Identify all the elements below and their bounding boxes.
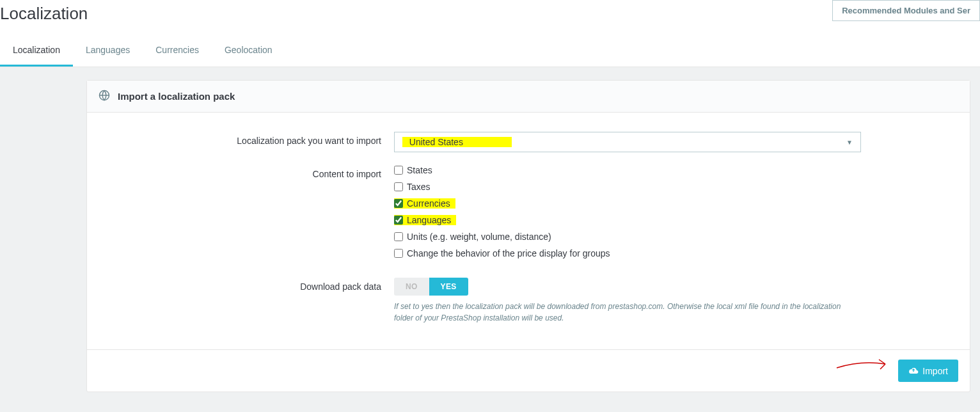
checkbox-taxes[interactable]: Taxes: [394, 182, 861, 192]
checkbox-states-input[interactable]: [394, 166, 403, 175]
checkbox-languages-row: Languages: [394, 215, 861, 225]
content-area: Import a localization pack Localization …: [0, 67, 980, 399]
checkbox-taxes-label: Taxes: [407, 182, 431, 192]
row-download: Download pack data NO YES If set to yes …: [100, 278, 957, 324]
chevron-down-icon: ▼: [846, 139, 853, 146]
tab-localization[interactable]: Localization: [0, 35, 73, 67]
cloud-upload-icon: [908, 365, 919, 376]
content-checkbox-list: States Taxes Currencies: [394, 165, 861, 258]
annotation-highlight: Languages: [394, 215, 456, 225]
checkbox-units-label: Units (e.g. weight, volume, distance): [407, 232, 551, 242]
tab-currencies[interactable]: Currencies: [143, 35, 212, 67]
row-content: Content to import States Taxes: [100, 165, 957, 258]
checkbox-units-input[interactable]: [394, 232, 403, 241]
checkbox-taxes-input[interactable]: [394, 182, 403, 191]
checkbox-price-behavior-label: Change the behavior of the price display…: [407, 248, 610, 258]
annotation-highlight: United States: [402, 137, 512, 147]
download-help-text: If set to yes then the localization pack…: [394, 301, 861, 324]
label-content: Content to import: [100, 165, 394, 258]
label-download: Download pack data: [100, 278, 394, 324]
panel-title: Import a localization pack: [118, 91, 235, 102]
checkbox-price-behavior[interactable]: Change the behavior of the price display…: [394, 248, 861, 258]
panel-footer: Import: [87, 349, 970, 392]
download-toggle[interactable]: NO YES: [394, 278, 468, 296]
checkbox-units[interactable]: Units (e.g. weight, volume, distance): [394, 232, 861, 242]
recommended-modules-button[interactable]: Recommended Modules and Ser: [832, 0, 980, 21]
tab-bar: Localization Languages Currencies Geoloc…: [0, 35, 980, 67]
checkbox-currencies-label: Currencies: [407, 198, 450, 209]
annotation-arrow: [835, 355, 893, 374]
label-pack: Localization pack you want to import: [100, 132, 394, 152]
import-button[interactable]: Import: [898, 360, 958, 382]
annotation-highlight: Currencies: [394, 198, 455, 209]
import-button-label: Import: [922, 366, 948, 376]
pack-select-value: United States: [409, 137, 463, 147]
checkbox-states[interactable]: States: [394, 165, 861, 175]
tab-geolocation[interactable]: Geolocation: [212, 35, 285, 67]
page-title: Localization: [0, 4, 88, 24]
page-header: Localization Recommended Modules and Ser: [0, 0, 980, 35]
checkbox-price-behavior-input[interactable]: [394, 249, 403, 258]
checkbox-currencies-row: Currencies: [394, 198, 861, 209]
pack-select[interactable]: United States ▼: [394, 132, 861, 152]
panel-header: Import a localization pack: [87, 81, 970, 113]
toggle-yes-button[interactable]: YES: [429, 278, 468, 296]
panel-body: Localization pack you want to import Uni…: [87, 113, 970, 349]
checkbox-currencies-input[interactable]: [394, 199, 403, 208]
import-panel: Import a localization pack Localization …: [86, 80, 970, 392]
tab-languages[interactable]: Languages: [73, 35, 143, 67]
toggle-no-button[interactable]: NO: [394, 278, 429, 296]
row-pack: Localization pack you want to import Uni…: [100, 132, 957, 152]
checkbox-languages-input[interactable]: [394, 216, 403, 225]
checkbox-states-label: States: [407, 165, 432, 175]
globe-icon: [99, 90, 110, 103]
checkbox-languages-label: Languages: [407, 215, 451, 225]
